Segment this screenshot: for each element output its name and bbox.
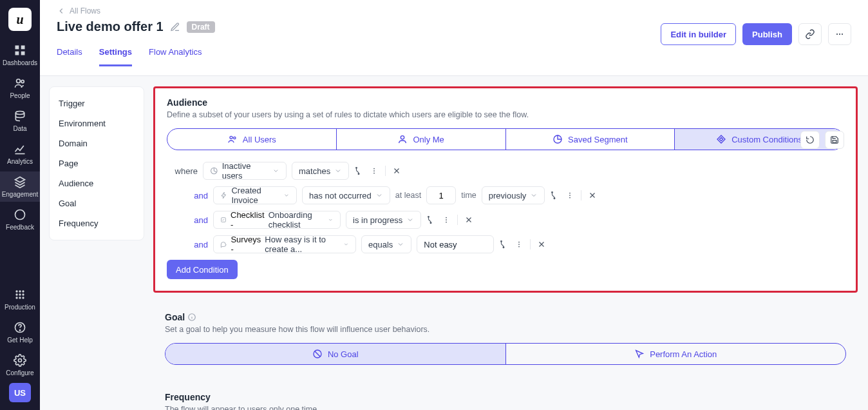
seg-label: Custom Conditions [731, 135, 802, 144]
menu-trigger[interactable]: Trigger [50, 93, 144, 113]
link-button[interactable] [798, 23, 822, 45]
menu-goal[interactable]: Goal [50, 193, 144, 213]
seg-only-me[interactable]: Only Me [336, 129, 505, 150]
close-icon[interactable] [537, 240, 546, 249]
tab-settings[interactable]: Settings [99, 47, 132, 66]
topbar: All Flows Live demo offer 1 Draft Edit i… [40, 0, 868, 76]
at-least-label: at least [395, 191, 421, 200]
dots-vertical-icon[interactable] [442, 215, 451, 224]
close-icon[interactable] [588, 191, 597, 200]
svg-point-15 [19, 297, 21, 298]
seg-label: Saved Segment [568, 135, 628, 144]
pencil-icon[interactable] [170, 22, 180, 32]
tab-details[interactable]: Details [57, 47, 82, 66]
chevron-down-icon [343, 240, 349, 248]
operator-select[interactable]: is in progress [346, 211, 421, 229]
more-button[interactable] [828, 23, 851, 45]
dots-vertical-icon[interactable] [370, 166, 379, 175]
value-input[interactable]: Not easy [417, 235, 494, 253]
subject-select[interactable]: Created Invoice [213, 186, 297, 204]
svg-point-14 [15, 297, 17, 298]
menu-domain[interactable]: Domain [50, 133, 144, 153]
condition-row: where Inactive users matches [167, 162, 844, 180]
apps-icon [14, 288, 26, 301]
chevron-down-icon [328, 216, 334, 224]
sidebar-item-configure[interactable]: Configure [0, 350, 40, 380]
info-icon [187, 313, 196, 322]
timeframe-select[interactable]: previously [482, 186, 545, 204]
subject-select[interactable]: Inactive users [203, 162, 287, 180]
chat-icon [14, 208, 26, 221]
svg-point-5 [21, 80, 24, 83]
bolt-icon [220, 191, 227, 200]
subject-prefix: Checklist - [231, 210, 265, 229]
count-input[interactable] [426, 186, 456, 204]
op-text: equals [368, 240, 393, 249]
sidebar-item-analytics[interactable]: Analytics [0, 139, 40, 169]
subject-select[interactable]: Surveys - How easy is it to create a... [213, 235, 356, 253]
subject-text: Created Invoice [231, 186, 279, 205]
back-link[interactable]: All Flows [57, 6, 851, 15]
svg-point-36 [569, 195, 571, 196]
svg-point-25 [401, 136, 404, 139]
sidebar-label: Data [13, 125, 26, 132]
goal-no-goal[interactable]: No Goal [165, 344, 505, 364]
subject-select[interactable]: Checklist - Onboarding checklist [213, 211, 341, 229]
svg-point-11 [15, 293, 17, 295]
chevron-down-icon [283, 191, 290, 199]
branch-icon[interactable] [354, 166, 363, 175]
svg-point-4 [17, 79, 21, 83]
goal-perform-action[interactable]: Perform An Action [505, 344, 846, 364]
sidebar-item-dashboards[interactable]: Dashboards [0, 40, 40, 70]
audience-title: Audience [167, 97, 844, 108]
sidebar-item-engagement[interactable]: Engagement [0, 171, 40, 202]
branch-icon[interactable] [550, 191, 559, 200]
close-icon[interactable] [392, 166, 401, 175]
menu-audience[interactable]: Audience [50, 173, 144, 193]
publish-button[interactable]: Publish [742, 23, 792, 45]
operator-select[interactable]: matches [292, 162, 349, 180]
branch-icon[interactable] [499, 240, 508, 249]
svg-point-47 [518, 244, 520, 245]
audience-section: Audience Define a subset of your users b… [153, 86, 858, 293]
tab-flow-analytics[interactable]: Flow Analytics [149, 47, 202, 66]
operator-select[interactable]: has not occurred [302, 186, 390, 204]
menu-page[interactable]: Page [50, 153, 144, 173]
dots-icon [835, 29, 845, 39]
page-title: Live demo offer 1 [57, 19, 164, 34]
branch-icon[interactable] [426, 215, 435, 224]
count-field[interactable] [431, 191, 451, 200]
condition-row: and Checklist - Onboarding checklist is … [167, 211, 844, 229]
svg-point-20 [836, 34, 838, 35]
chevron-down-icon [406, 216, 414, 224]
dots-vertical-icon[interactable] [514, 240, 524, 249]
undo-button[interactable] [800, 131, 820, 149]
edit-in-builder-button[interactable]: Edit in builder [661, 23, 736, 45]
ban-icon [312, 349, 323, 359]
svg-point-37 [569, 197, 571, 199]
svg-point-43 [446, 222, 447, 223]
svg-point-30 [373, 168, 375, 170]
seg-saved-segment[interactable]: Saved Segment [505, 129, 675, 150]
save-button[interactable] [825, 131, 844, 149]
add-condition-button[interactable]: Add Condition [167, 260, 238, 279]
people-icon [14, 77, 26, 90]
dots-vertical-icon[interactable] [565, 191, 574, 200]
op-text: matches [299, 166, 330, 176]
sidebar-item-people[interactable]: People [0, 73, 40, 103]
sidebar-item-production[interactable]: Production [0, 284, 40, 315]
menu-environment[interactable]: Environment [50, 113, 144, 133]
chevron-down-icon [397, 240, 404, 248]
and-label: and [177, 240, 208, 249]
sidebar-item-feedback[interactable]: Feedback [0, 204, 40, 235]
sidebar-item-data[interactable]: Data [0, 106, 40, 136]
seg-all-users[interactable]: All Users [167, 129, 336, 150]
goal-desc: Set a goal to help you measure how this … [165, 325, 846, 334]
chevron-down-icon [375, 191, 383, 199]
arrow-left-icon [57, 6, 66, 15]
sidebar-item-gethelp[interactable]: Get Help [0, 317, 40, 347]
menu-frequency[interactable]: Frequency [50, 213, 144, 233]
operator-select[interactable]: equals [361, 235, 411, 253]
workspace-badge[interactable]: US [9, 383, 31, 402]
close-icon[interactable] [464, 215, 473, 224]
